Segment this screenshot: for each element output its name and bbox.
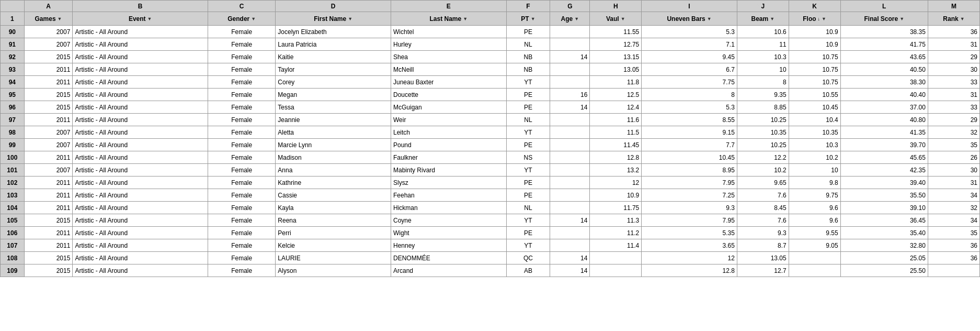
- cell-first-name: Kathrine: [276, 176, 391, 189]
- header-event[interactable]: Event ▼: [73, 12, 208, 26]
- row-number: 96: [1, 101, 25, 114]
- col-letter-b: B: [73, 1, 208, 12]
- filter-icon-beam[interactable]: ▼: [770, 16, 774, 21]
- sort-icon-floor[interactable]: ↓: [818, 16, 821, 21]
- cell-floor: 9.05: [789, 239, 840, 252]
- cell-final-score: 40.50: [840, 63, 928, 76]
- cell-last-name: DENOMMÉE: [391, 252, 506, 264]
- header-vault[interactable]: Vaul ▼: [590, 12, 642, 26]
- cell-games: 2011: [24, 189, 73, 202]
- cell-beam: 10.6: [737, 26, 789, 38]
- cell-first-name: Anna: [276, 164, 391, 176]
- cell-pt: NB: [506, 63, 550, 76]
- corner-cell: [1, 1, 25, 12]
- filter-icon-pt[interactable]: ▼: [531, 16, 535, 21]
- cell-first-name: Marcie Lynn: [276, 139, 391, 151]
- filter-icon-rank[interactable]: ▼: [960, 16, 965, 21]
- cell-event: Artistic - All Around: [73, 114, 208, 126]
- cell-gender: Female: [208, 126, 276, 139]
- filter-icon-uneven-bars[interactable]: ▼: [707, 16, 712, 21]
- column-letters-row: A B C D E F G H I J K L M: [1, 1, 980, 12]
- cell-uneven-bars: 9.45: [642, 51, 737, 63]
- cell-beam: 11: [737, 38, 789, 51]
- table-row: 1052015Artistic - All AroundFemaleReenaC…: [1, 214, 980, 227]
- cell-vault: 11.75: [590, 202, 642, 214]
- header-first-name[interactable]: First Name ▼: [276, 12, 391, 26]
- table-row: 912007Artistic - All AroundFemaleLaura P…: [1, 38, 980, 51]
- cell-gender: Female: [208, 114, 276, 126]
- cell-rank: 34: [928, 189, 979, 202]
- filter-icon-games[interactable]: ▼: [58, 16, 62, 21]
- header-last-name[interactable]: Last Name ▼: [391, 12, 506, 26]
- cell-first-name: Laura Patricia: [276, 38, 391, 51]
- cell-last-name: Shea: [391, 51, 506, 63]
- cell-gender: Female: [208, 151, 276, 164]
- cell-rank: 35: [928, 139, 979, 151]
- filter-icon-first-name[interactable]: ▼: [348, 16, 352, 21]
- header-games[interactable]: Games ▼: [24, 12, 73, 26]
- cell-final-score: 25.50: [840, 264, 928, 277]
- cell-event: Artistic - All Around: [73, 214, 208, 227]
- cell-age: 14: [550, 252, 590, 264]
- filter-icon-floor[interactable]: ▼: [822, 16, 826, 21]
- cell-gender: Female: [208, 101, 276, 114]
- cell-pt: YT: [506, 76, 550, 89]
- header-final-score[interactable]: Final Score ▼: [840, 12, 928, 26]
- cell-vault: 12.5: [590, 89, 642, 101]
- cell-beam: 9.65: [737, 176, 789, 189]
- filter-icon-age[interactable]: ▼: [574, 16, 579, 21]
- filter-icon-vault[interactable]: ▼: [621, 16, 625, 21]
- cell-final-score: 39.70: [840, 139, 928, 151]
- filter-icon-event[interactable]: ▼: [147, 16, 152, 21]
- header-gender[interactable]: Gender ▼: [208, 12, 276, 26]
- cell-vault: 12.4: [590, 101, 642, 114]
- cell-uneven-bars: 5.3: [642, 26, 737, 38]
- cell-final-score: 38.30: [840, 76, 928, 89]
- row-number: 102: [1, 176, 25, 189]
- filter-icon-final-score[interactable]: ▼: [899, 16, 904, 21]
- col-letter-i: I: [642, 1, 737, 12]
- cell-rank: 33: [928, 76, 979, 89]
- row-number: 98: [1, 126, 25, 139]
- cell-beam: 10.3: [737, 51, 789, 63]
- cell-last-name: Hickman: [391, 202, 506, 214]
- table-row: 1042011Artistic - All AroundFemaleKaylaH…: [1, 202, 980, 214]
- header-floor[interactable]: Floo ↓ ▼: [789, 12, 840, 26]
- cell-floor: 10.75: [789, 51, 840, 63]
- row-number: 103: [1, 189, 25, 202]
- cell-beam: 10.2: [737, 164, 789, 176]
- cell-floor: 10.45: [789, 101, 840, 114]
- filter-icon-gender[interactable]: ▼: [251, 16, 256, 21]
- header-pt[interactable]: PT ▼: [506, 12, 550, 26]
- header-uneven-bars[interactable]: Uneven Bars ▼: [642, 12, 737, 26]
- table-row: 942011Artistic - All AroundFemaleCoreyJu…: [1, 76, 980, 89]
- header-beam[interactable]: Beam ▼: [737, 12, 789, 26]
- cell-gender: Female: [208, 239, 276, 252]
- cell-uneven-bars: 5.3: [642, 101, 737, 114]
- cell-first-name: Aletta: [276, 126, 391, 139]
- header-age[interactable]: Age ▼: [550, 12, 590, 26]
- cell-age: [550, 239, 590, 252]
- cell-age: [550, 126, 590, 139]
- cell-age: [550, 176, 590, 189]
- cell-games: 2011: [24, 76, 73, 89]
- cell-rank: [928, 264, 979, 277]
- cell-age: [550, 139, 590, 151]
- cell-rank: 32: [928, 202, 979, 214]
- cell-event: Artistic - All Around: [73, 239, 208, 252]
- cell-vault: 12.8: [590, 151, 642, 164]
- cell-last-name: Pound: [391, 139, 506, 151]
- cell-vault: 11.6: [590, 114, 642, 126]
- filter-icon-last-name[interactable]: ▼: [463, 16, 468, 21]
- cell-gender: Female: [208, 214, 276, 227]
- cell-event: Artistic - All Around: [73, 164, 208, 176]
- row-number: 108: [1, 252, 25, 264]
- header-rank[interactable]: Rank ▼: [928, 12, 979, 26]
- cell-floor: [789, 252, 840, 264]
- cell-pt: NL: [506, 202, 550, 214]
- cell-uneven-bars: 7.7: [642, 139, 737, 151]
- cell-first-name: Jeannie: [276, 114, 391, 126]
- cell-games: 2015: [24, 51, 73, 63]
- cell-games: 2007: [24, 164, 73, 176]
- cell-age: [550, 151, 590, 164]
